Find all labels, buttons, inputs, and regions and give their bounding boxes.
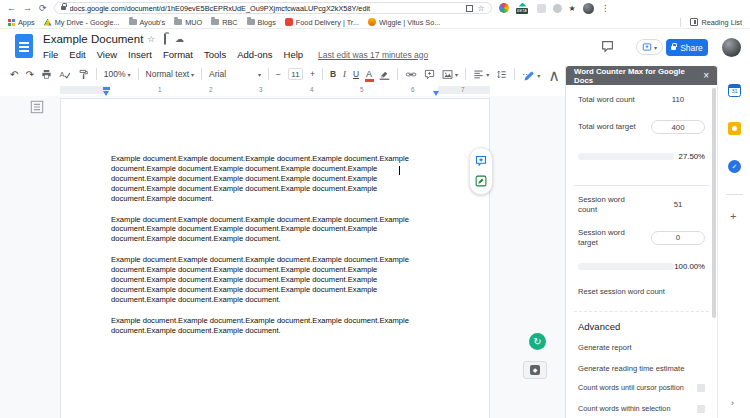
session-word-target-input[interactable]: 0	[651, 231, 705, 245]
indent-marker[interactable]	[103, 87, 110, 90]
divider	[726, 194, 743, 195]
star-document-icon[interactable]: ☆	[147, 34, 155, 44]
menu-bar: File Edit View Insert Format Tools Add-o…	[43, 49, 428, 60]
align-icon[interactable]: ▾	[473, 69, 489, 80]
tab-search-icon[interactable]	[466, 5, 473, 12]
add-addon-icon[interactable]: +	[730, 211, 736, 222]
total-word-target-input[interactable]: 400	[651, 120, 705, 134]
address-bar[interactable]: docs.google.com/document/d/1hE09evE5BcEP…	[54, 2, 492, 14]
paragraph-3[interactable]: Example document.Example document.Exampl…	[111, 255, 451, 305]
bookmark-folder-muo[interactable]: MUO	[174, 18, 202, 27]
menu-edit[interactable]: Edit	[69, 49, 85, 60]
generate-reading-time-button[interactable]: Generate reading time estimate	[578, 364, 684, 373]
explore-button[interactable]: ◆	[523, 361, 547, 379]
paragraph-1[interactable]: Example document.Example document.Exampl…	[111, 154, 451, 204]
insert-link-icon[interactable]	[405, 69, 417, 80]
ruler-mark: 1	[158, 86, 162, 93]
close-icon[interactable]: ×	[703, 71, 709, 81]
horizontal-ruler[interactable]: 1 2 3 4 5 6 7	[0, 85, 565, 96]
extension-colorwheel-icon[interactable]	[499, 3, 509, 13]
ruler-mark: 2	[209, 86, 213, 93]
redo-icon[interactable]: ↷	[25, 69, 33, 80]
browser-profile-avatar[interactable]	[583, 3, 594, 14]
extensions-pin-icon[interactable]: ★	[569, 4, 576, 13]
word-counter-refresh-button[interactable]: ↻	[529, 333, 546, 350]
document-page[interactable]: Example document.Example document.Exampl…	[60, 98, 490, 418]
font-size-increase-button[interactable]: +	[310, 69, 315, 79]
count-within-selection-checkbox[interactable]	[697, 405, 705, 413]
tasks-icon[interactable]: ✓	[728, 160, 741, 173]
italic-button[interactable]: I	[343, 69, 346, 79]
print-icon[interactable]	[41, 69, 52, 80]
document-outline-icon[interactable]	[30, 100, 44, 114]
menu-file[interactable]: File	[43, 49, 58, 60]
open-comments-icon[interactable]	[601, 40, 614, 53]
browser-menu-icon[interactable]: ⋮	[601, 3, 610, 13]
bold-button[interactable]: B	[330, 69, 336, 79]
bookmark-folder-ayoubs[interactable]: Ayoub's	[129, 18, 166, 27]
paragraph-2[interactable]: Example document.Example document.Exampl…	[111, 215, 451, 245]
spellcheck-icon[interactable]: A	[59, 69, 71, 80]
menu-view[interactable]: View	[97, 49, 117, 60]
menu-insert[interactable]: Insert	[128, 49, 152, 60]
folder-icon	[211, 19, 219, 25]
ruler-mark: 6	[411, 86, 415, 93]
bookmark-wiggle[interactable]: Wiggle | Vitus So...	[368, 18, 440, 27]
zoom-select[interactable]: 100%▾	[104, 69, 131, 79]
menu-help[interactable]: Help	[284, 49, 304, 60]
font-select[interactable]: Arial▾	[209, 69, 261, 79]
menu-format[interactable]: Format	[163, 49, 193, 60]
paragraph-4[interactable]: Example document.Example document.Exampl…	[111, 316, 451, 336]
document-text[interactable]: Example document.Example document.Exampl…	[111, 154, 451, 347]
suggest-edits-button[interactable]	[475, 175, 487, 187]
account-avatar[interactable]	[722, 38, 741, 57]
extension-swirl-icon[interactable]	[553, 4, 562, 13]
paragraph-style-select[interactable]: Normal text▾	[146, 69, 194, 79]
reset-session-word-count-button[interactable]: Reset session word count	[578, 287, 665, 296]
underline-button[interactable]: U	[353, 69, 359, 79]
add-comment-button[interactable]	[475, 155, 487, 167]
count-until-cursor-checkbox[interactable]	[697, 384, 705, 392]
editing-mode-button[interactable]: ▾	[523, 70, 540, 82]
presentation-mode-button[interactable]: ▾	[636, 39, 663, 55]
line-spacing-icon[interactable]	[496, 69, 507, 80]
extension-beta-icon[interactable]: BETA	[516, 3, 530, 14]
calendar-icon[interactable]: 31	[728, 84, 741, 97]
paint-format-icon[interactable]	[78, 69, 89, 80]
bookmark-my-drive[interactable]: My Drive - Google...	[44, 18, 120, 27]
undo-icon[interactable]: ↶	[10, 69, 18, 80]
document-title[interactable]: Example Document	[43, 33, 143, 45]
extension-box-icon[interactable]	[537, 4, 546, 13]
reload-icon[interactable]: ⟳	[39, 4, 47, 13]
bookmark-apps[interactable]: Apps	[8, 18, 35, 27]
document-canvas: Example document.Example document.Exampl…	[0, 96, 565, 418]
bookmark-food-delivery[interactable]: Food Delivery | Tr...	[285, 18, 359, 27]
reading-list-button[interactable]: Reading List	[690, 18, 742, 27]
reading-list-icon	[690, 18, 698, 26]
collapse-panel-icon[interactable]: ›	[731, 398, 734, 408]
bookmark-folder-rbc[interactable]: RBC	[211, 18, 237, 27]
menu-tools[interactable]: Tools	[204, 49, 226, 60]
font-size-decrease-button[interactable]: −	[276, 69, 281, 79]
insert-image-icon[interactable]: ▾	[442, 69, 458, 80]
generate-report-button[interactable]: Generate report	[578, 343, 632, 352]
font-size-input[interactable]: 11	[288, 68, 303, 80]
add-comment-icon[interactable]	[424, 69, 435, 80]
highlight-color-button[interactable]	[379, 69, 390, 80]
forward-icon[interactable]: →	[23, 4, 32, 13]
cloud-saved-icon: ☁	[175, 34, 184, 44]
back-icon[interactable]: ←	[7, 4, 16, 13]
move-folder-icon[interactable]	[164, 34, 166, 44]
svg-text:A: A	[59, 69, 65, 78]
keep-icon[interactable]	[728, 122, 741, 135]
sidebar-scrollbar[interactable]	[712, 88, 716, 318]
bookmark-folder-blogs[interactable]: Blogs	[247, 18, 276, 27]
docs-logo-icon[interactable]	[15, 34, 33, 58]
collapse-toolbar-icon[interactable]: ∧	[548, 66, 560, 85]
last-edit-link[interactable]: Last edit was 17 minutes ago	[318, 50, 428, 60]
share-button[interactable]: Share	[666, 39, 708, 56]
text-color-button[interactable]: A	[366, 70, 372, 79]
url-text[interactable]: docs.google.com/document/d/1hE09evE5BcEP…	[70, 4, 463, 13]
menu-addons[interactable]: Add-ons	[237, 49, 272, 60]
bookmark-star-icon[interactable]: ☆	[477, 4, 484, 13]
